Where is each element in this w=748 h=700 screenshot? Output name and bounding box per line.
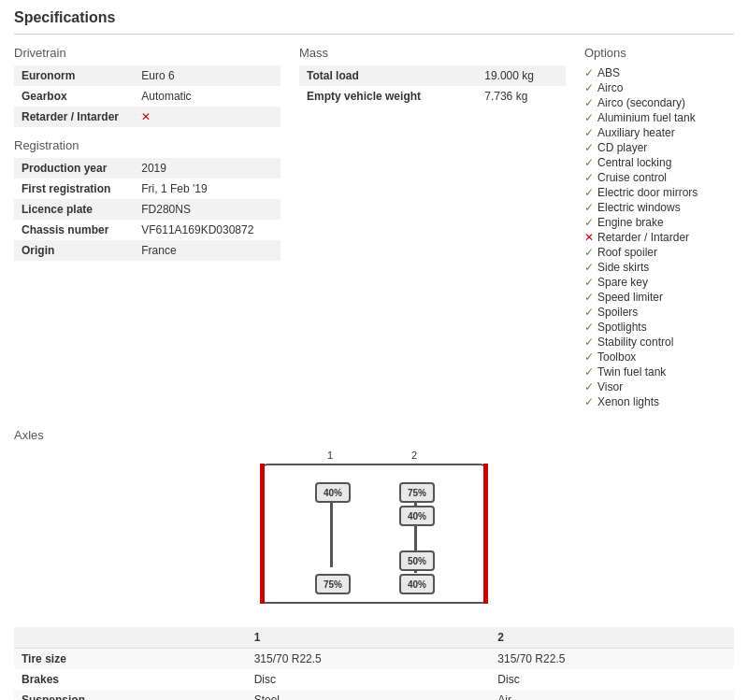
row-value: 7.736 kg <box>477 86 566 107</box>
axles-table-wrapper: 12 Tire size315/70 R22.5315/70 R22.5Brak… <box>14 627 734 700</box>
row-cell: Air <box>490 690 734 700</box>
drivetrain-table: EuronormEuro 6GearboxAutomaticRetarder /… <box>14 65 280 127</box>
page-container: Specifications Drivetrain EuronormEuro 6… <box>0 0 748 700</box>
wheel-1-top: 40% <box>315 482 351 503</box>
table-row: BrakesDiscDisc <box>14 669 734 690</box>
list-item: ✓Visor <box>584 379 734 394</box>
check-icon: ✓ <box>584 336 594 349</box>
row-value: Fri, 1 Feb '19 <box>134 179 280 199</box>
row-key: Euronorm <box>14 65 134 86</box>
list-item: ✓Spotlights <box>584 320 734 335</box>
option-label: Xenon lights <box>597 395 659 408</box>
option-label: Auxiliary heater <box>597 126 675 139</box>
list-item: ✓Electric windows <box>584 200 734 215</box>
option-label: Roof spoiler <box>597 246 657 259</box>
list-item: ✓CD player <box>584 140 734 155</box>
registration-label: Registration <box>14 138 280 152</box>
check-icon: ✓ <box>584 66 594 79</box>
axles-table: 12 Tire size315/70 R22.5315/70 R22.5Brak… <box>14 627 734 700</box>
row-value: FD280NS <box>134 199 280 220</box>
row-cell: Suspension <box>14 690 247 700</box>
check-icon: ✓ <box>584 291 594 304</box>
row-value: Automatic <box>134 86 280 107</box>
axles-section: Axles 1 2 40% 75% <box>14 428 734 700</box>
axles-diagram-wrapper: 1 2 40% 75% 75% <box>14 450 734 618</box>
option-label: Retarder / Intarder <box>597 231 689 244</box>
list-item: ✓Xenon lights <box>584 394 734 409</box>
table-row: First registrationFri, 1 Feb '19 <box>14 179 280 199</box>
option-label: Electric windows <box>597 201 681 214</box>
row-value: 19.000 kg <box>477 65 566 86</box>
row-key: Production year <box>14 158 134 179</box>
option-label: Twin fuel tank <box>597 365 666 379</box>
axle-2-label: 2 <box>411 450 417 461</box>
table-row: SuspensionSteelAir <box>14 690 734 700</box>
axles-diagram: 1 2 40% 75% 75% <box>248 450 500 618</box>
option-label: Spotlights <box>597 321 647 334</box>
row-cell: 315/70 R22.5 <box>247 649 491 670</box>
cross-icon: ✕ <box>584 231 594 244</box>
list-item: ✓Auxiliary heater <box>584 125 734 140</box>
wheel-2-top-outer: 75% <box>399 482 435 503</box>
table-header-row: 12 <box>14 627 734 649</box>
wheel-2-top-inner: 40% <box>399 506 435 526</box>
row-cell: 315/70 R22.5 <box>490 649 734 670</box>
check-icon: ✓ <box>584 171 594 184</box>
option-label: Electric door mirrors <box>597 186 698 199</box>
list-item: ✓Stability control <box>584 335 734 350</box>
row-cell: Steel <box>247 690 491 700</box>
top-section: Drivetrain EuronormEuro 6GearboxAutomati… <box>14 46 734 409</box>
row-value: France <box>134 240 280 261</box>
page-title: Specifications <box>14 9 734 35</box>
table-row: Retarder / Intarder✕ <box>14 107 280 127</box>
row-cell: Tire size <box>14 649 247 670</box>
axle-line-1 <box>330 493 334 567</box>
row-key: First registration <box>14 179 134 199</box>
option-label: Airco <box>597 81 623 94</box>
column-header <box>14 627 247 649</box>
axles-label: Axles <box>14 428 734 442</box>
check-icon: ✓ <box>584 246 594 259</box>
wheel-1-bottom: 75% <box>315 574 351 594</box>
list-item: ✓Engine brake <box>584 215 734 230</box>
row-key: Licence plate <box>14 199 134 220</box>
check-icon: ✓ <box>584 306 594 319</box>
truck-body <box>262 464 486 604</box>
list-item: ✕Retarder / Intarder <box>584 230 734 245</box>
row-key: Total load <box>299 65 477 86</box>
list-item: ✓Airco <box>584 80 734 95</box>
registration-table: Production year2019First registrationFri… <box>14 158 280 261</box>
check-icon: ✓ <box>584 216 594 229</box>
row-cell: Disc <box>490 669 734 690</box>
option-label: Side skirts <box>597 261 649 274</box>
table-row: GearboxAutomatic <box>14 86 280 107</box>
row-key: Origin <box>14 240 134 261</box>
mass-label: Mass <box>299 46 566 60</box>
table-row: Chassis numberVF611A169KD030872 <box>14 220 280 240</box>
check-icon: ✓ <box>584 201 594 214</box>
check-icon: ✓ <box>584 395 594 408</box>
option-label: Spare key <box>597 276 648 289</box>
check-icon: ✓ <box>584 276 594 289</box>
option-label: Toolbox <box>597 350 636 364</box>
list-item: ✓Spoilers <box>584 305 734 320</box>
list-item: ✓Side skirts <box>584 260 734 275</box>
option-label: Central locking <box>597 156 671 169</box>
list-item: ✓Toolbox <box>584 350 734 364</box>
check-icon: ✓ <box>584 380 594 393</box>
options-list: ✓ABS✓Airco✓Airco (secondary)✓Aluminium f… <box>584 65 734 409</box>
check-icon: ✓ <box>584 261 594 274</box>
red-bar-right <box>483 464 488 604</box>
wheel-2-bottom-inner: 40% <box>399 574 435 594</box>
left-column: Drivetrain EuronormEuro 6GearboxAutomati… <box>14 46 280 409</box>
check-icon: ✓ <box>584 365 594 379</box>
list-item: ✓Twin fuel tank <box>584 364 734 379</box>
list-item: ✓Speed limiter <box>584 290 734 305</box>
list-item: ✓Cruise control <box>584 170 734 185</box>
check-icon: ✓ <box>584 126 594 139</box>
row-key: Gearbox <box>14 86 134 107</box>
check-icon: ✓ <box>584 141 594 154</box>
option-label: Aluminium fuel tank <box>597 111 696 124</box>
list-item: ✓Roof spoiler <box>584 245 734 260</box>
row-key: Empty vehicle weight <box>299 86 477 107</box>
